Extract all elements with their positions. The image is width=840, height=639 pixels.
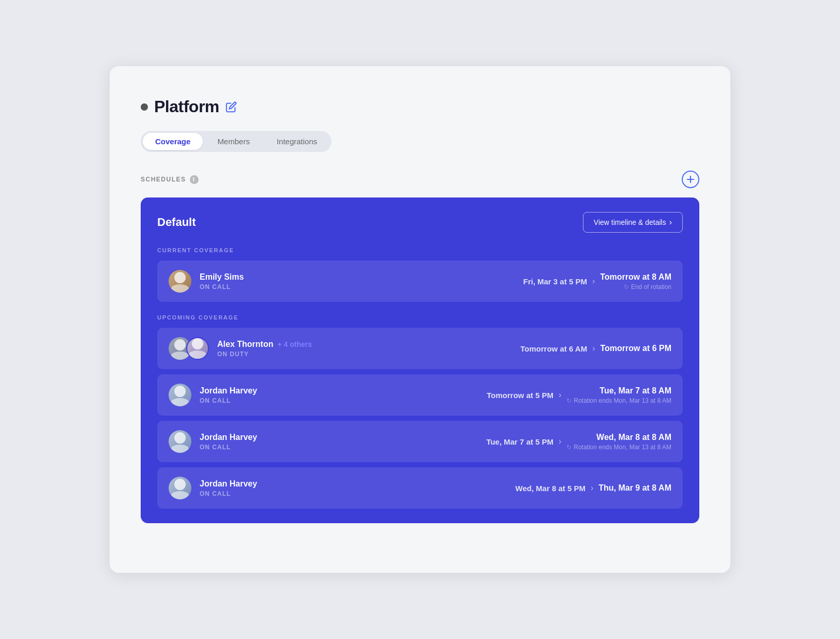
schedules-header-row: SCHEDULES i [141,171,699,188]
time-to-block-jordan-2: Wed, Mar 8 at 8 AM ↻ Rotation ends Mon, … [566,433,671,451]
person-info-jordan-3: Jordan Harvey ON CALL [200,479,515,497]
arrow-icon-jordan-2: › [559,437,561,446]
coverage-row-alex: Alex Thornton + 4 others ON DUTY Tomorro… [157,328,683,369]
coverage-row-jordan-3: Jordan Harvey ON CALL Wed, Mar 8 at 5 PM… [157,467,683,509]
time-from-emily: Fri, Mar 3 at 5 PM [523,277,587,286]
person-info-emily: Emily Sims ON CALL [200,272,523,291]
person-name-jordan-3: Jordan Harvey [200,479,515,489]
person-status-alex: ON DUTY [217,351,520,358]
schedules-section-label: SCHEDULES i [141,175,199,184]
coverage-row-emily: Emily Sims ON CALL Fri, Mar 3 at 5 PM › … [157,261,683,302]
tab-members[interactable]: Members [205,133,262,150]
time-from-alex: Tomorrow at 6 AM [520,344,587,353]
arrow-icon-jordan-3: › [591,483,593,493]
status-dot [141,103,148,111]
person-info-jordan-2: Jordan Harvey ON CALL [200,433,486,451]
page-header: Platform [141,97,699,116]
time-range-emily: Fri, Mar 3 at 5 PM › Tomorrow at 8 AM ↻ … [523,272,671,291]
add-schedule-button[interactable] [682,171,699,188]
time-from-jordan-3: Wed, Mar 8 at 5 PM [515,484,586,493]
coverage-row-jordan-2: Jordan Harvey ON CALL Tue, Mar 7 at 5 PM… [157,421,683,462]
arrow-icon-emily: › [592,277,595,286]
time-to-block-alex: Tomorrow at 6 PM [601,344,672,353]
tab-coverage[interactable]: Coverage [143,133,203,150]
avatar-jordan-3 [169,477,191,499]
avatar-jordan-1 [169,384,191,406]
person-status-jordan-3: ON CALL [200,490,515,497]
schedule-title: Default [157,216,196,229]
time-to-jordan-1: Tue, Mar 7 at 8 AM [566,386,671,395]
tab-integrations[interactable]: Integrations [264,133,329,150]
coverage-row-jordan-1: Jordan Harvey ON CALL Tomorrow at 5 PM ›… [157,374,683,416]
rotation-icon-emily: ↻ [624,283,629,291]
time-to-emily: Tomorrow at 8 AM [600,272,671,282]
plus-others-alex[interactable]: + 4 others [277,340,312,348]
page-container: Platform Coverage Members Integrations S… [110,66,730,573]
arrow-icon-alex: › [592,344,595,353]
avatar-emily [169,270,191,293]
time-range-jordan-3: Wed, Mar 8 at 5 PM › Thu, Mar 9 at 8 AM [515,483,671,493]
avatar-alex-overlap [186,337,209,360]
person-status-jordan-2: ON CALL [200,444,486,451]
rotation-icon-jordan-2: ↻ [566,444,572,451]
person-name-jordan-1: Jordan Harvey [200,386,487,395]
tabs-row: Coverage Members Integrations [141,131,332,152]
person-info-alex: Alex Thornton + 4 others ON DUTY [217,340,520,358]
time-range-alex: Tomorrow at 6 AM › Tomorrow at 6 PM [520,344,671,353]
edit-icon[interactable] [226,101,237,113]
time-to-block-jordan-3: Thu, Mar 9 at 8 AM [598,483,671,493]
person-info-jordan-1: Jordan Harvey ON CALL [200,386,487,404]
avatar-overlap-alex [169,337,209,360]
arrow-icon-jordan-1: › [559,390,561,400]
rotation-icon-jordan-1: ↻ [566,397,572,404]
time-to-jordan-3: Thu, Mar 9 at 8 AM [598,483,671,493]
time-range-jordan-1: Tomorrow at 5 PM › Tue, Mar 7 at 8 AM ↻ … [487,386,671,404]
person-name-alex: Alex Thornton + 4 others [217,340,520,349]
upcoming-coverage-section: UPCOMING COVERAGE [157,314,683,509]
time-to-jordan-2: Wed, Mar 8 at 8 AM [566,433,671,442]
page-title: Platform [154,97,219,116]
time-from-jordan-2: Tue, Mar 7 at 5 PM [486,437,553,446]
upcoming-coverage-label: UPCOMING COVERAGE [157,314,683,321]
schedules-info-icon[interactable]: i [190,175,199,184]
time-to-block-jordan-1: Tue, Mar 7 at 8 AM ↻ Rotation ends Mon, … [566,386,671,404]
person-name-emily: Emily Sims [200,272,523,282]
schedule-title-row: Default View timeline & details › [157,212,683,233]
time-sub-emily: ↻ End of rotation [600,283,671,291]
person-status-emily: ON CALL [200,283,523,291]
current-coverage-label: CURRENT COVERAGE [157,247,683,253]
schedule-card-default: Default View timeline & details › CURREN… [141,197,699,523]
chevron-right-icon: › [669,218,672,227]
person-name-jordan-2: Jordan Harvey [200,433,486,442]
person-status-jordan-1: ON CALL [200,397,487,404]
avatar-jordan-2 [169,430,191,453]
time-range-jordan-2: Tue, Mar 7 at 5 PM › Wed, Mar 8 at 8 AM … [486,433,671,451]
current-coverage-section: CURRENT COVERAGE Emily Sims ON CALL Fr [157,247,683,302]
time-to-block-emily: Tomorrow at 8 AM ↻ End of rotation [600,272,671,291]
time-sub-jordan-1: ↻ Rotation ends Mon, Mar 13 at 8 AM [566,397,671,404]
time-from-jordan-1: Tomorrow at 5 PM [487,391,553,400]
view-timeline-button[interactable]: View timeline & details › [583,212,683,233]
time-to-alex: Tomorrow at 6 PM [601,344,672,353]
time-sub-jordan-2: ↻ Rotation ends Mon, Mar 13 at 8 AM [566,444,671,451]
